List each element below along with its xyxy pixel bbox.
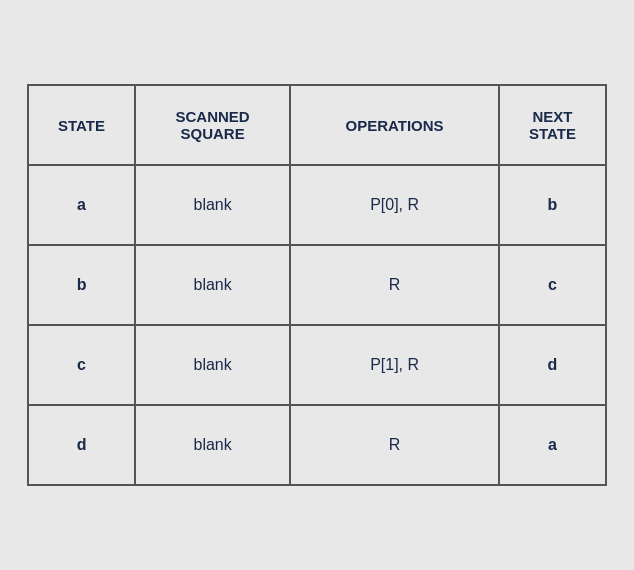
cell-state-1: b	[28, 245, 135, 325]
table-row: bblankRc	[28, 245, 606, 325]
cell-state-2: c	[28, 325, 135, 405]
cell-operations-1: R	[290, 245, 499, 325]
cell-next-state-2: d	[499, 325, 606, 405]
cell-state-3: d	[28, 405, 135, 485]
cell-operations-0: P[0], R	[290, 165, 499, 245]
cell-scanned-1: blank	[135, 245, 290, 325]
cell-scanned-3: blank	[135, 405, 290, 485]
header-scanned-square: SCANNED SQUARE	[135, 85, 290, 165]
cell-operations-3: R	[290, 405, 499, 485]
header-state: STATE	[28, 85, 135, 165]
turing-machine-table: STATE SCANNED SQUARE OPERATIONS NEXTSTAT…	[27, 84, 607, 486]
table-row: ablankP[0], Rb	[28, 165, 606, 245]
table-row: cblankP[1], Rd	[28, 325, 606, 405]
header-row: STATE SCANNED SQUARE OPERATIONS NEXTSTAT…	[28, 85, 606, 165]
cell-scanned-0: blank	[135, 165, 290, 245]
cell-scanned-2: blank	[135, 325, 290, 405]
cell-next-state-1: c	[499, 245, 606, 325]
table-row: dblankRa	[28, 405, 606, 485]
cell-state-0: a	[28, 165, 135, 245]
header-operations: OPERATIONS	[290, 85, 499, 165]
cell-next-state-3: a	[499, 405, 606, 485]
cell-next-state-0: b	[499, 165, 606, 245]
cell-operations-2: P[1], R	[290, 325, 499, 405]
header-next-state: NEXTSTATE	[499, 85, 606, 165]
